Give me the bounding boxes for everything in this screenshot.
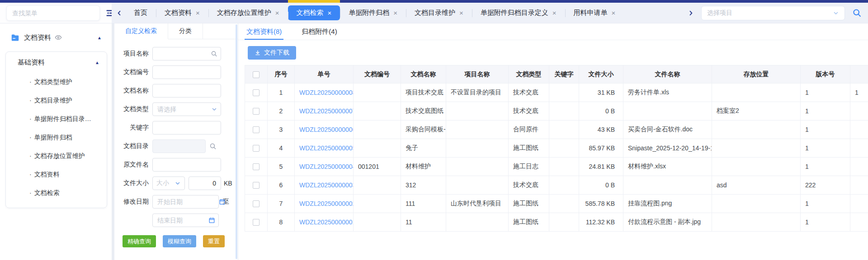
open-tab[interactable]: 文档存放位置维护× — [208, 3, 288, 23]
row-checkbox[interactable] — [253, 200, 259, 207]
project-select[interactable]: 选择项目 — [701, 6, 845, 20]
open-tab[interactable]: 单据附件归档目录定义× — [472, 3, 565, 23]
open-tab[interactable]: 文档目录维护× — [406, 3, 472, 23]
bullet: · — [29, 115, 32, 122]
row-checkbox[interactable] — [253, 163, 259, 170]
doc-no-label: 文档编号 — [118, 68, 149, 76]
cell: 买卖合同-金石软件.doc — [623, 121, 712, 139]
sidebar-item[interactable]: ·文档目录维护 — [6, 91, 107, 110]
sidebar: 文档资料 ▲ 基础资料 ▲ ·文档类型维护·文档目录维护·单据附件归档目录…·单… — [0, 23, 112, 260]
filter-form: 项目名称 文档编号 文档名称 文档类型 — [114, 39, 238, 247]
sidebar-item[interactable]: ·文档资料 — [6, 165, 107, 184]
size-value-input[interactable] — [189, 176, 221, 190]
open-tab[interactable]: 用料申请单× — [565, 3, 624, 23]
doc-no-link[interactable]: WDZL20250000006 — [295, 121, 354, 139]
doc-no-input[interactable] — [152, 65, 221, 79]
exact-search-button[interactable]: 精确查询 — [123, 235, 156, 247]
doc-no-link[interactable]: WDZL20250000007 — [295, 102, 354, 121]
row-checkbox[interactable] — [253, 108, 259, 115]
cell: 0 B — [579, 102, 623, 121]
column-header — [850, 65, 868, 84]
tab-close-icon[interactable]: × — [196, 9, 200, 17]
collapse-arrow-icon[interactable]: ▲ — [95, 60, 99, 65]
row-checkbox[interactable] — [253, 126, 259, 133]
scroll-tabs-left-icon[interactable] — [113, 6, 125, 20]
doc-no-link[interactable]: WDZL20250000003 — [295, 176, 354, 195]
tab-bar: 首页文档资料×文档存放位置维护×文档检索×单据附件归档×文档目录维护×单据附件归… — [112, 3, 868, 23]
tab-doc-results[interactable]: 文档资料(8) — [245, 23, 283, 40]
doc-no-link[interactable]: WDZL20250000002 — [295, 195, 354, 213]
tab-archive-results[interactable]: 归档附件(4) — [300, 23, 339, 40]
search-icon[interactable] — [209, 143, 217, 150]
doc-no-link[interactable]: WDZL20250000001 — [295, 213, 354, 232]
menu-search-input[interactable] — [6, 5, 100, 21]
eye-icon[interactable] — [55, 34, 62, 41]
sidebar-root-label: 文档资料 — [24, 33, 51, 42]
tab-label: 文档资料 — [165, 9, 192, 17]
size-operator-select[interactable]: 大小 — [152, 176, 185, 190]
row-checkbox[interactable] — [253, 219, 259, 226]
calendar-icon[interactable] — [208, 217, 215, 224]
filter-tabs-spacer — [203, 23, 238, 39]
calendar-icon[interactable] — [219, 199, 226, 205]
select-all-checkbox[interactable] — [253, 71, 259, 78]
file-download-button[interactable]: 文件下载 — [248, 46, 296, 60]
bullet: · — [29, 152, 32, 159]
cell: 1 — [801, 195, 850, 213]
doc-name-input[interactable] — [152, 84, 221, 98]
cell: 技术交底 — [509, 176, 549, 195]
doc-no-link[interactable]: WDZL20250000005 — [295, 139, 354, 158]
sidebar-root-node[interactable]: 文档资料 ▲ — [0, 27, 112, 48]
orig-name-input[interactable] — [152, 158, 221, 172]
cell: 85.97 KB — [579, 139, 623, 158]
open-tab[interactable]: 首页 — [125, 3, 156, 23]
tab-close-icon[interactable]: × — [393, 9, 397, 17]
open-tab[interactable]: 文档检索× — [288, 5, 340, 20]
open-tab[interactable]: 单据附件归档× — [340, 3, 406, 23]
tab-close-icon[interactable]: × — [612, 9, 616, 17]
row-checkbox[interactable] — [253, 182, 259, 189]
reset-button[interactable]: 重置 — [203, 235, 225, 247]
sidebar-item[interactable]: ·文档存放位置维护 — [6, 147, 107, 165]
tab-close-icon[interactable]: × — [552, 9, 557, 17]
cell: 技术交底 — [509, 102, 549, 121]
start-date-input[interactable] — [152, 195, 219, 209]
open-tab[interactable]: 文档资料× — [156, 3, 208, 23]
cell — [623, 176, 712, 195]
size-operator-placeholder: 大小 — [156, 179, 169, 187]
fuzzy-search-button[interactable]: 模糊查询 — [163, 235, 196, 247]
tab-close-icon[interactable]: × — [459, 9, 463, 17]
sidebar-item[interactable]: ·文档检索 — [6, 184, 107, 202]
cell: 222 — [801, 176, 850, 195]
tab-label: 文档目录维护 — [415, 9, 455, 17]
sidebar-section-header[interactable]: 基础资料 ▲ — [6, 52, 107, 73]
cell: Snipaste_2025-12-20_14-19-1 — [623, 139, 712, 158]
global-search-icon[interactable] — [852, 8, 862, 18]
cell — [549, 84, 579, 102]
cell — [354, 121, 401, 139]
scroll-tabs-right-icon[interactable] — [685, 6, 697, 20]
keyword-input[interactable] — [152, 121, 221, 135]
doc-no-link[interactable]: WDZL20250000008 — [295, 84, 354, 102]
tab-custom-search[interactable]: 自定义检索 — [114, 23, 168, 39]
doc-dir-label: 文档目录 — [118, 142, 149, 150]
cell: 劳务计件单.xls — [623, 84, 712, 102]
panel-scrollbar[interactable] — [236, 24, 237, 259]
collapse-arrow-icon[interactable]: ▲ — [97, 35, 102, 40]
table-row: 3WDZL20250000006采购合同模板-合同原件43 KB买卖合同-金石软… — [245, 121, 868, 139]
tab-close-icon[interactable]: × — [275, 9, 279, 17]
sidebar-item[interactable]: ·单据附件归档 — [6, 128, 107, 147]
row-checkbox[interactable] — [253, 145, 259, 152]
cell: 1 — [801, 158, 850, 176]
sidebar-item[interactable]: ·文档类型维护 — [6, 73, 107, 91]
result-tabs: 文档资料(8) 归档附件(4) — [238, 23, 868, 40]
tab-category[interactable]: 分类 — [168, 23, 203, 39]
doc-dir-input — [152, 139, 206, 153]
row-checkbox[interactable] — [253, 89, 259, 96]
tab-close-icon[interactable]: × — [328, 9, 332, 17]
sidebar-item[interactable]: ·单据附件归档目录… — [6, 110, 107, 128]
cell: 项目技术交底 — [401, 84, 446, 102]
search-icon[interactable] — [211, 51, 217, 57]
doc-no-link[interactable]: WDZL20250000004 — [295, 158, 354, 176]
sidebar-item-label: 文档目录维护 — [34, 97, 72, 104]
